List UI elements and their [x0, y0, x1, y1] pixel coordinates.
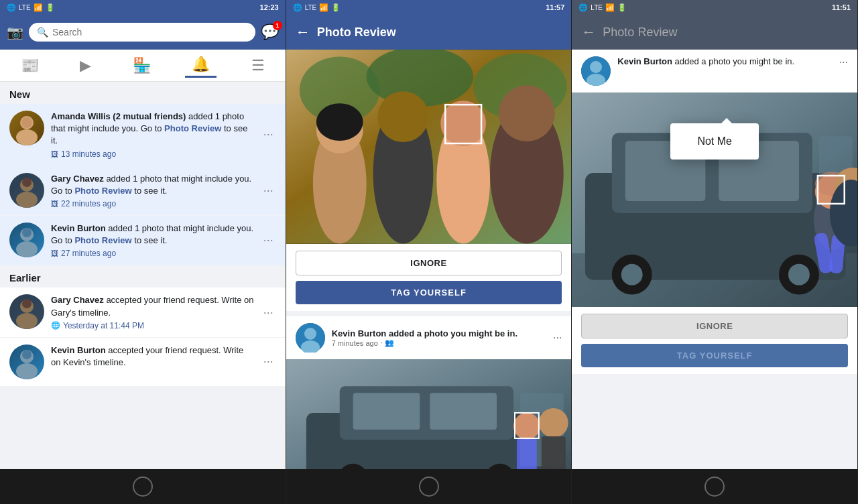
post-author-3: Kevin Burton added a photo you might be …	[617, 56, 832, 66]
notification-item-gary[interactable]: Gary Chavez added 1 photo that might inc…	[0, 166, 286, 216]
post-author-2: Kevin Burton added a photo you might be …	[332, 328, 546, 338]
avatar-kevin-earlier	[9, 344, 44, 379]
notif-time-gary: 🖼 22 minutes ago	[51, 199, 254, 208]
back-button-3[interactable]: ←	[581, 23, 596, 41]
home-button-2[interactable]	[419, 477, 439, 497]
ignore-button-3[interactable]: IGNORE	[581, 314, 848, 338]
svg-point-21	[316, 103, 363, 141]
notification-item-gary-earlier[interactable]: Gary Chavez accepted your friend request…	[0, 288, 286, 337]
camera-icon[interactable]: 📷	[7, 24, 23, 40]
panel-content-3: Not Me Kevin Burton added a photo you mi…	[572, 50, 857, 504]
svg-point-59	[788, 264, 810, 286]
ignore-button-1[interactable]: IGNORE	[296, 251, 562, 275]
svg-rect-45	[541, 436, 565, 469]
home-button-3[interactable]	[704, 477, 725, 497]
messenger-badge: 1	[273, 21, 282, 30]
svg-point-13	[16, 363, 38, 379]
svg-point-1	[16, 129, 38, 145]
post-more-2[interactable]: ···	[553, 332, 562, 344]
nav-feed[interactable]: 📰	[14, 54, 46, 77]
notif-text-kevin-earlier: Kevin Burton accepted your friend reques…	[51, 344, 254, 369]
post-avatar-3	[581, 56, 611, 86]
signal-icon-3: 🌐	[578, 3, 588, 12]
notification-item-amanda[interactable]: Amanda Willis (2 mutual friends) added 1…	[0, 104, 286, 166]
svg-point-42	[513, 413, 540, 440]
tag-yourself-button-3[interactable]: TAG YOURSELF	[581, 344, 848, 367]
section-earlier-label: Earlier	[0, 265, 286, 288]
panel-notifications: 🌐 LTE 📶 🔋 12:23 📷 🔍 💬 1 📰 ▶ 🏪 🔔 ☰ New	[0, 0, 286, 504]
nav-bar: 📰 ▶ 🏪 🔔 ☰	[0, 50, 286, 82]
status-bar-2: 🌐 LTE 📶 🔋 11:57	[286, 0, 572, 15]
status-bar-3: 🌐 LTE 📶 🔋 11:51	[572, 0, 857, 15]
home-button-1[interactable]	[133, 477, 153, 497]
notif-content-gary-earlier: Gary Chavez accepted your friend request…	[51, 294, 254, 330]
battery-2: 🔋	[331, 3, 341, 12]
search-input[interactable]	[52, 27, 247, 38]
notif-text-gary-earlier: Gary Chavez accepted your friend request…	[51, 294, 254, 318]
post-avatar-2	[296, 323, 325, 353]
messenger-icon[interactable]: 💬 1	[261, 23, 279, 41]
post-info-2: Kevin Burton added a photo you might be …	[332, 328, 546, 347]
tag-yourself-button-1[interactable]: TAG YOURSELF	[296, 281, 562, 304]
notification-item-kevin-earlier[interactable]: Kevin Burton accepted your friend reques…	[0, 338, 286, 387]
post-meta-2: 7 minutes ago · 👥	[332, 338, 546, 347]
notif-time-amanda: 🖼 13 minutes ago	[51, 149, 254, 159]
notif-content-amanda: Amanda Willis (2 mutual friends) added 1…	[51, 111, 254, 159]
bottom-bar-2	[286, 469, 572, 504]
svg-rect-35	[353, 393, 420, 430]
photo-image-1	[286, 50, 572, 244]
nav-video[interactable]: ▶	[73, 54, 98, 77]
photo-review-header-3: ← Photo Review	[572, 15, 857, 50]
status-time-3: 11:51	[832, 3, 851, 11]
svg-rect-43	[517, 438, 537, 469]
back-button-2[interactable]: ←	[296, 23, 310, 41]
svg-point-23	[377, 91, 428, 142]
avatar-gary	[9, 173, 44, 208]
post-header-2: Kevin Burton added a photo you might be …	[286, 316, 572, 359]
post-info-3: Kevin Burton added a photo you might be …	[617, 56, 832, 66]
more-options-kevin-earlier[interactable]: ···	[261, 355, 276, 369]
notif-text-kevin: Kevin Burton added 1 photo that might in…	[51, 223, 254, 247]
panel-photo-review-3: 🌐 LTE 📶 🔋 11:51 ← Photo Review Not Me Ke…	[572, 0, 858, 504]
action-buttons-3: IGNORE TAG YOURSELF	[572, 307, 857, 374]
notification-item-kevin[interactable]: Kevin Burton added 1 photo that might in…	[0, 216, 286, 265]
action-buttons-1: IGNORE TAG YOURSELF	[286, 244, 572, 311]
lte-3: LTE	[591, 4, 603, 11]
svg-point-11	[22, 299, 32, 308]
notif-content-kevin-earlier: Kevin Burton accepted your friend reques…	[51, 344, 254, 369]
status-bar-1: 🌐 LTE 📶 🔋 12:23	[0, 0, 286, 15]
more-options-kevin[interactable]: ···	[261, 233, 276, 247]
nav-marketplace[interactable]: 🏪	[126, 54, 158, 77]
photo-card-2: Kevin Burton added a photo you might be …	[286, 316, 572, 469]
lte-2: LTE	[305, 4, 317, 11]
wifi-icon: 📶	[34, 3, 43, 12]
status-time-2: 11:57	[546, 3, 564, 11]
bottom-bar-1	[0, 469, 286, 504]
notif-time-kevin: 🖼 27 minutes ago	[51, 249, 254, 258]
photo-image-2	[286, 359, 572, 469]
svg-point-14	[22, 350, 32, 359]
notif-time-gary-earlier: 🌐 Yesterday at 11:44 PM	[51, 321, 254, 330]
svg-point-30	[304, 328, 316, 340]
bottom-bar-3	[572, 469, 857, 504]
svg-point-2	[21, 117, 32, 128]
notif-text-amanda: Amanda Willis (2 mutual friends) added 1…	[51, 111, 254, 147]
nav-menu[interactable]: ☰	[245, 54, 271, 77]
more-options-amanda[interactable]: ···	[261, 127, 276, 141]
search-bar[interactable]: 🔍	[29, 23, 255, 42]
avatar-kevin	[9, 223, 44, 257]
notifications-list: New Amanda Willis (2 mutual friends) add…	[0, 82, 286, 469]
post-more-3[interactable]: ···	[839, 56, 848, 68]
not-me-popup[interactable]: Not Me	[670, 123, 759, 160]
svg-point-25	[440, 101, 486, 146]
svg-point-10	[16, 313, 38, 329]
panel-photo-review-2: 🌐 LTE 📶 🔋 11:57 ← Photo Review	[286, 0, 572, 504]
svg-point-28	[499, 85, 555, 141]
more-options-gary[interactable]: ···	[261, 184, 276, 198]
notif-content-gary: Gary Chavez added 1 photo that might inc…	[51, 173, 254, 208]
nav-notifications[interactable]: 🔔	[185, 53, 217, 78]
lte-icon: LTE	[19, 4, 31, 11]
svg-point-7	[16, 241, 38, 257]
more-options-gary-earlier[interactable]: ···	[261, 306, 276, 320]
svg-point-44	[538, 408, 568, 438]
